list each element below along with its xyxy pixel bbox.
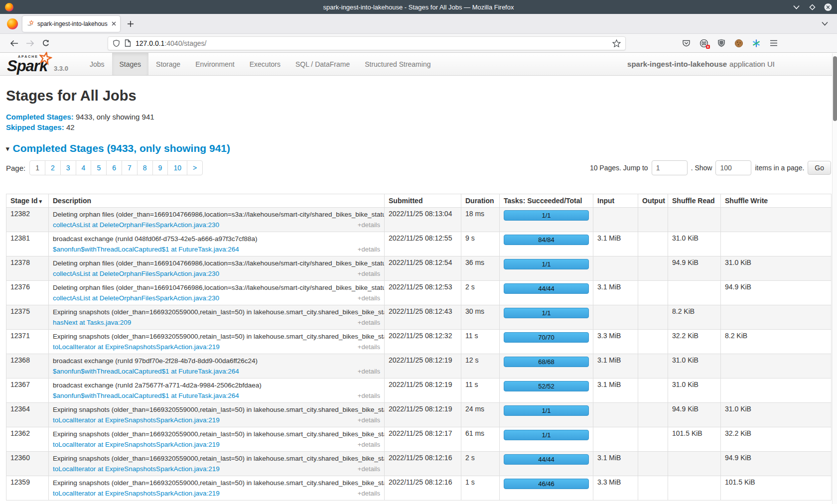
browser-tab[interactable]: spark-ingest-into-lakehous — [22, 16, 120, 32]
column-header-input[interactable]: Input — [593, 194, 638, 208]
stage-detail-link[interactable]: $anonfun$withThreadLocalCaptured$1 at Fu… — [53, 245, 239, 254]
column-header-duration[interactable]: Duration — [461, 194, 500, 208]
details-toggle[interactable]: +details — [358, 269, 380, 278]
cookie-icon[interactable] — [734, 38, 743, 48]
items-per-page-input[interactable] — [715, 160, 751, 175]
menu-hamburger-icon[interactable] — [769, 38, 778, 48]
page-button-10[interactable]: 10 — [167, 160, 187, 175]
nav-item-storage[interactable]: Storage — [148, 53, 188, 75]
page-button-2[interactable]: 2 — [45, 160, 61, 175]
nav-item-sql-dataframe[interactable]: SQL / DataFrame — [288, 53, 357, 75]
column-header-submitted[interactable]: Submitted — [385, 194, 461, 208]
details-toggle[interactable]: +details — [358, 391, 380, 400]
cell-duration: 2 s — [461, 452, 500, 476]
column-header-shuffle-read[interactable]: Shuffle Read — [668, 194, 721, 208]
stage-detail-link[interactable]: toLocalIterator at ExpireSnapshotsSparkA… — [53, 342, 220, 352]
details-toggle[interactable]: +details — [358, 464, 380, 474]
details-toggle[interactable]: +details — [358, 293, 380, 303]
close-icon[interactable] — [824, 3, 832, 11]
shield-icon[interactable] — [113, 39, 120, 47]
stage-detail-link[interactable]: collectAsList at DeleteOrphanFilesSparkA… — [53, 220, 219, 230]
go-button[interactable]: Go — [808, 161, 831, 175]
page-button-8[interactable]: 8 — [137, 160, 153, 175]
bookmark-star-icon[interactable] — [612, 39, 621, 47]
stage-detail-link[interactable]: toLocalIterator at ExpireSnapshotsSparkA… — [53, 489, 220, 498]
extension-asterisk-icon[interactable] — [751, 38, 761, 48]
nav-item-environment[interactable]: Environment — [188, 53, 242, 75]
skipped-stages-label[interactable]: Skipped Stages: — [6, 123, 64, 131]
ublock-shield-icon[interactable] — [716, 38, 726, 48]
stage-detail-link[interactable]: toLocalIterator at ExpireSnapshotsSparkA… — [53, 415, 220, 425]
details-toggle[interactable]: +details — [358, 440, 380, 449]
stage-detail-link[interactable]: $anonfun$withThreadLocalCaptured$1 at Fu… — [53, 391, 239, 400]
stage-detail-link[interactable]: collectAsList at DeleteOrphanFilesSparkA… — [53, 269, 219, 278]
browser-toolbar: 127.0.0.1:4040/stages/ x — [0, 34, 837, 53]
spark-logo: APACHE Spark — [7, 53, 51, 73]
column-header-tasks-succeeded-total[interactable]: Tasks: Succeeded/Total — [500, 194, 593, 208]
url-text[interactable]: 127.0.0.1:4040/stages/ — [136, 39, 608, 47]
cell-shuffle-read: 94.9 KiB — [668, 403, 721, 427]
page-info-icon[interactable] — [125, 39, 131, 47]
stage-detail-link[interactable]: toLocalIterator at ExpireSnapshotsSparkA… — [53, 440, 220, 449]
cell-tasks: 1/1 — [500, 427, 593, 452]
cell-shuffle-read: 94.9 KiB — [668, 256, 721, 281]
details-toggle[interactable]: +details — [358, 367, 380, 376]
page-button-3[interactable]: 3 — [60, 160, 76, 175]
stage-detail-link[interactable]: hasNext at Tasks.java:209 — [53, 318, 131, 327]
list-all-tabs-icon[interactable] — [822, 21, 828, 26]
vertical-scrollbar[interactable] — [832, 53, 837, 504]
page-button-4[interactable]: 4 — [76, 160, 92, 175]
column-header-description[interactable]: Description — [49, 194, 385, 208]
page-button-1[interactable]: 1 — [29, 160, 45, 175]
back-icon[interactable] — [6, 36, 22, 50]
containers-icon[interactable]: x — [699, 38, 708, 48]
stage-detail-link[interactable]: collectAsList at DeleteOrphanFilesSparkA… — [53, 293, 219, 303]
forward-icon[interactable] — [22, 36, 38, 50]
nav-item-stages[interactable]: Stages — [112, 53, 149, 75]
cell-input — [593, 208, 638, 232]
minimize-icon[interactable] — [792, 3, 800, 11]
details-toggle[interactable]: +details — [358, 245, 380, 254]
new-tab-icon[interactable] — [127, 20, 134, 27]
details-toggle[interactable]: +details — [358, 318, 380, 327]
cell-submitted: 2022/11/25 08:12:53 — [385, 281, 461, 305]
stage-description: Deleting orphan files (older_than=166910… — [53, 258, 380, 268]
reload-icon[interactable] — [38, 36, 54, 50]
column-header-shuffle-write[interactable]: Shuffle Write — [721, 194, 832, 208]
page-button-next[interactable]: > — [187, 160, 203, 175]
cell-duration: 30 ms — [461, 305, 500, 330]
page-button-7[interactable]: 7 — [122, 160, 138, 175]
page-button-9[interactable]: 9 — [152, 160, 168, 175]
stage-detail-link[interactable]: toLocalIterator at ExpireSnapshotsSparkA… — [53, 464, 220, 474]
spark-brand[interactable]: APACHE Spark 3.3.0 — [0, 53, 75, 75]
completed-stages-section-toggle[interactable]: ▾ Completed Stages (9433, only showing 9… — [6, 142, 831, 154]
tab-close-icon[interactable] — [112, 21, 116, 26]
cell-shuffle-read: 101.5 KiB — [668, 427, 721, 452]
cell-stage-id: 12376 — [6, 281, 49, 305]
cell-shuffle-read — [668, 281, 721, 305]
pocket-icon[interactable] — [682, 38, 691, 48]
tasks-progress-bar: 70/70 — [504, 332, 589, 343]
cell-tasks: 44/44 — [500, 281, 593, 305]
column-header-stage-id[interactable]: Stage Id▾ — [6, 194, 49, 208]
stage-row-12364: 12364Expiring snapshots (older_than=1669… — [6, 403, 832, 427]
page-button-5[interactable]: 5 — [91, 160, 107, 175]
cell-duration: 11 s — [461, 330, 500, 354]
stage-detail-link[interactable]: $anonfun$withThreadLocalCaptured$1 at Fu… — [53, 367, 239, 376]
details-toggle[interactable]: +details — [358, 220, 380, 230]
cell-submitted: 2022/11/25 08:12:19 — [385, 354, 461, 378]
scrollbar-thumb[interactable] — [833, 56, 837, 121]
jump-to-page-input[interactable] — [652, 160, 688, 175]
details-toggle[interactable]: +details — [358, 415, 380, 425]
nav-item-executors[interactable]: Executors — [242, 53, 288, 75]
maximize-icon[interactable] — [808, 3, 816, 11]
column-header-output[interactable]: Output — [638, 194, 668, 208]
details-toggle[interactable]: +details — [358, 489, 380, 498]
details-toggle[interactable]: +details — [358, 342, 380, 352]
completed-stages-label[interactable]: Completed Stages: — [6, 113, 74, 121]
cell-tasks: 70/70 — [500, 330, 593, 354]
url-bar[interactable]: 127.0.0.1:4040/stages/ — [108, 36, 626, 50]
page-button-6[interactable]: 6 — [106, 160, 122, 175]
nav-item-structured-streaming[interactable]: Structured Streaming — [357, 53, 438, 75]
nav-item-jobs[interactable]: Jobs — [82, 53, 112, 75]
